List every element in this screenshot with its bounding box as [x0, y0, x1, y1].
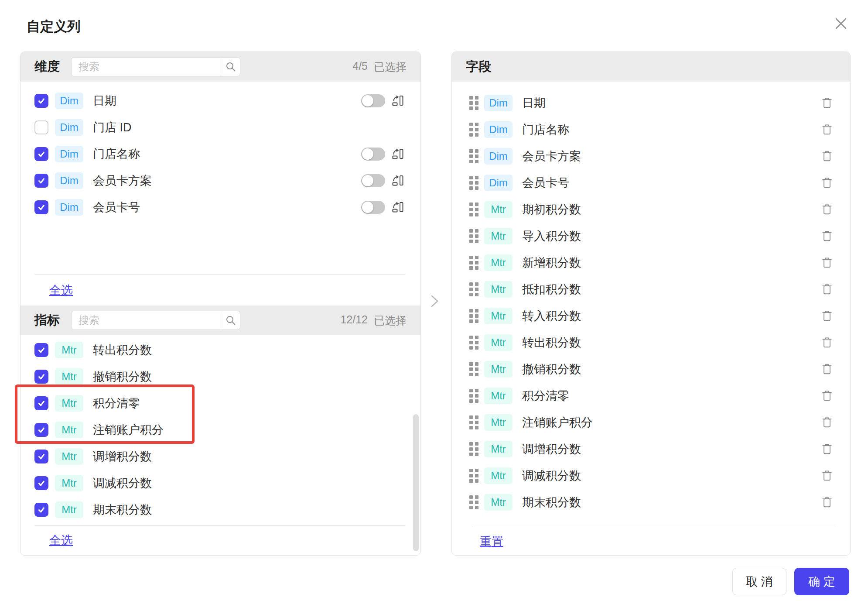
drag-handle-icon[interactable] [469, 469, 478, 483]
checkbox[interactable] [34, 147, 48, 161]
trash-icon[interactable] [821, 150, 833, 163]
checkbox[interactable] [34, 94, 48, 108]
drill-toggle[interactable] [361, 148, 385, 161]
list-item[interactable]: Mtr 撤销积分数 [21, 363, 420, 390]
move-to-column-icon[interactable] [391, 201, 404, 213]
drill-toggle[interactable] [361, 94, 385, 107]
trash-icon[interactable] [821, 123, 833, 136]
field-item[interactable]: Dim 门店名称 [452, 116, 850, 143]
trash-icon[interactable] [821, 256, 833, 269]
field-item[interactable]: Mtr 期初积分数 [452, 196, 850, 223]
move-to-column-icon[interactable] [391, 95, 404, 107]
list-item[interactable]: Mtr 注销账户积分 [21, 416, 420, 443]
drag-handle-icon[interactable] [469, 309, 478, 323]
search-icon[interactable] [221, 58, 240, 76]
checkbox[interactable] [34, 370, 48, 384]
field-label: 积分清零 [522, 388, 569, 404]
field-label: 日期 [522, 95, 546, 111]
metrics-select-all-link[interactable]: 全选 [49, 532, 73, 548]
drag-handle-icon[interactable] [469, 495, 478, 509]
checkbox[interactable] [34, 396, 48, 410]
field-item[interactable]: Dim 会员卡方案 [452, 143, 850, 169]
drag-handle-icon[interactable] [469, 123, 478, 137]
drag-handle-icon[interactable] [469, 336, 478, 350]
list-item[interactable]: Mtr 调减积分数 [21, 470, 420, 496]
field-item[interactable]: Mtr 撤销积分数 [452, 356, 850, 382]
reset-link[interactable]: 重置 [480, 534, 503, 549]
list-item[interactable]: Mtr 积分清零 [21, 390, 420, 416]
type-tag: Mtr [484, 441, 513, 457]
drag-handle-icon[interactable] [469, 96, 478, 110]
field-item[interactable]: Mtr 新增积分数 [452, 249, 850, 276]
field-item[interactable]: Dim 日期 [452, 89, 850, 116]
field-item[interactable]: Mtr 调减积分数 [452, 462, 850, 489]
drag-handle-icon[interactable] [469, 442, 478, 456]
checkbox[interactable] [34, 476, 48, 490]
field-item[interactable]: Mtr 调增积分数 [452, 436, 850, 462]
trash-icon[interactable] [821, 443, 833, 456]
list-item[interactable]: Mtr 调增积分数 [21, 443, 420, 470]
list-item[interactable]: Dim 会员卡方案 [21, 167, 420, 194]
drill-toggle[interactable] [361, 174, 385, 187]
drag-handle-icon[interactable] [469, 203, 478, 216]
item-label: 日期 [93, 93, 116, 109]
drag-handle-icon[interactable] [469, 415, 478, 429]
drag-handle-icon[interactable] [469, 389, 478, 403]
trash-icon[interactable] [821, 283, 833, 296]
trash-icon[interactable] [821, 389, 833, 402]
confirm-button[interactable]: 确 定 [794, 568, 849, 595]
drag-handle-icon[interactable] [469, 176, 478, 190]
drag-handle-icon[interactable] [469, 362, 478, 376]
drag-handle-icon[interactable] [469, 282, 478, 296]
list-item[interactable]: Mtr 转出积分数 [21, 336, 420, 363]
move-to-column-icon[interactable] [391, 148, 404, 160]
trash-icon[interactable] [821, 416, 833, 429]
trash-icon[interactable] [821, 230, 833, 243]
checkbox[interactable] [34, 503, 48, 517]
trash-icon[interactable] [821, 336, 833, 349]
checkbox[interactable] [34, 343, 48, 357]
scrollbar-thumb[interactable] [413, 414, 419, 551]
drag-handle-icon[interactable] [469, 229, 478, 243]
trash-icon[interactable] [821, 363, 833, 376]
drill-toggle[interactable] [361, 201, 385, 214]
field-item[interactable]: Mtr 积分清零 [452, 382, 850, 409]
checkbox[interactable] [34, 450, 48, 463]
cancel-button[interactable]: 取 消 [732, 568, 786, 595]
drag-handle-icon[interactable] [469, 149, 478, 163]
close-icon[interactable] [832, 15, 850, 32]
dimensions-search-input[interactable] [72, 58, 221, 76]
checkbox[interactable] [34, 174, 48, 188]
dimensions-select-all-link[interactable]: 全选 [49, 282, 73, 298]
field-item[interactable]: Mtr 抵扣积分数 [452, 276, 850, 302]
list-item[interactable]: Dim 会员卡号 [21, 194, 420, 220]
field-item[interactable]: Mtr 注销账户积分 [452, 409, 850, 436]
field-item[interactable]: Mtr 转出积分数 [452, 329, 850, 356]
checkbox[interactable] [34, 423, 48, 437]
type-tag: Mtr [484, 361, 513, 378]
checkbox[interactable] [34, 200, 48, 214]
drag-handle-icon[interactable] [469, 256, 478, 270]
field-item[interactable]: Mtr 期末积分数 [452, 489, 850, 515]
metrics-search-input[interactable] [72, 311, 221, 330]
field-item[interactable]: Mtr 转入积分数 [452, 302, 850, 329]
trash-icon[interactable] [821, 176, 833, 189]
dimensions-list: Dim 日期 Dim 门店 ID [21, 82, 420, 274]
search-icon[interactable] [221, 311, 240, 330]
trash-icon[interactable] [821, 96, 833, 110]
trash-icon[interactable] [821, 203, 833, 216]
trash-icon[interactable] [821, 469, 833, 482]
list-item[interactable]: Mtr 期末积分数 [21, 496, 420, 523]
list-item[interactable]: Dim 门店 ID [21, 114, 420, 141]
field-item[interactable]: Mtr 导入积分数 [452, 223, 850, 249]
trash-icon[interactable] [821, 309, 833, 323]
item-label: 会员卡方案 [93, 173, 152, 189]
field-item[interactable]: Dim 会员卡号 [452, 169, 850, 196]
list-item[interactable]: Dim 日期 [21, 87, 420, 114]
trash-icon[interactable] [821, 496, 833, 509]
fields-title: 字段 [466, 58, 491, 76]
move-to-column-icon[interactable] [391, 175, 404, 187]
checkbox[interactable] [34, 120, 48, 134]
chevron-right-icon[interactable] [429, 292, 441, 312]
list-item[interactable]: Dim 门店名称 [21, 141, 420, 167]
